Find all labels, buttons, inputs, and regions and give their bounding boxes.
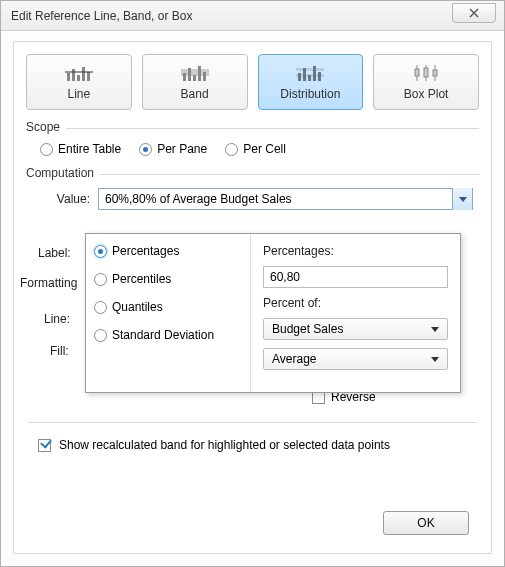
svg-rect-15 — [303, 68, 306, 81]
dist-percentages-label: Percentages — [112, 244, 179, 258]
svg-rect-12 — [296, 68, 324, 71]
scope-group: Scope Entire Table Per Pane Per Cell — [26, 120, 479, 160]
percent-of-field-select[interactable]: Budget Sales — [263, 318, 448, 340]
dist-stddev-label: Standard Deviation — [112, 328, 214, 342]
dialog: Edit Reference Line, Band, or Box Line — [0, 0, 505, 567]
percent-of-agg-text: Average — [272, 352, 316, 366]
boxplot-icon — [411, 63, 441, 83]
radio-icon — [94, 273, 107, 286]
dist-quantiles-label: Quantiles — [112, 300, 163, 314]
svg-rect-2 — [77, 75, 80, 81]
svg-rect-1 — [72, 69, 75, 81]
type-band-label: Band — [181, 87, 209, 101]
svg-rect-18 — [318, 72, 321, 81]
close-icon — [468, 8, 480, 18]
ok-button-label: OK — [417, 516, 434, 530]
value-dropdown-popup: Percentages Percentiles Quantiles Standa… — [85, 233, 461, 393]
svg-rect-24 — [433, 70, 437, 76]
svg-rect-11 — [203, 72, 206, 81]
type-distribution-label: Distribution — [280, 87, 340, 101]
divider — [28, 422, 477, 423]
recalculated-band-label: Show recalculated band for highlighted o… — [59, 438, 390, 452]
radio-icon — [139, 143, 152, 156]
scope-group-label: Scope — [26, 120, 66, 134]
dist-quantiles-radio[interactable]: Quantiles — [94, 300, 242, 314]
distribution-icon — [295, 63, 325, 83]
recalculated-band-checkbox[interactable] — [38, 439, 51, 452]
titlebar: Edit Reference Line, Band, or Box — [1, 1, 504, 31]
percent-of-label: Percent of: — [263, 296, 448, 310]
ok-button[interactable]: OK — [383, 511, 469, 535]
radio-icon — [94, 329, 107, 342]
scope-entire-table-radio[interactable]: Entire Table — [40, 142, 121, 156]
recalculated-band-row: Show recalculated band for highlighted o… — [38, 438, 390, 452]
formatting-label: Formatting — [20, 276, 77, 290]
radio-icon — [40, 143, 53, 156]
dist-percentiles-label: Percentiles — [112, 272, 171, 286]
type-boxplot-button[interactable]: Box Plot — [373, 54, 479, 110]
svg-rect-22 — [424, 68, 428, 77]
type-boxplot-label: Box Plot — [404, 87, 449, 101]
value-combo-text: 60%,80% of Average Budget Sales — [105, 192, 292, 206]
dist-percentiles-radio[interactable]: Percentiles — [94, 272, 242, 286]
svg-rect-7 — [183, 73, 186, 81]
distribution-type-list: Percentages Percentiles Quantiles Standa… — [86, 234, 251, 392]
radio-icon — [94, 301, 107, 314]
scope-per-pane-radio[interactable]: Per Pane — [139, 142, 207, 156]
dialog-title: Edit Reference Line, Band, or Box — [11, 9, 192, 23]
percent-of-agg-select[interactable]: Average — [263, 348, 448, 370]
radio-icon — [225, 143, 238, 156]
type-line-button[interactable]: Line — [26, 54, 132, 110]
svg-rect-8 — [188, 68, 191, 81]
dist-percentages-radio[interactable]: Percentages — [94, 244, 242, 258]
computation-group: Computation Value: 60%,80% of Average Bu… — [26, 166, 479, 224]
label-label: Label: — [38, 246, 71, 260]
fill-label: Fill: — [50, 344, 69, 358]
scope-entire-table-label: Entire Table — [58, 142, 121, 156]
value-combo[interactable]: 60%,80% of Average Budget Sales — [98, 188, 473, 210]
svg-rect-10 — [198, 66, 201, 81]
percentages-label: Percentages: — [263, 244, 448, 258]
chevron-down-icon — [452, 188, 472, 210]
close-button[interactable] — [452, 3, 496, 23]
value-label: Value: — [40, 192, 98, 206]
percentages-input[interactable]: 60,80 — [263, 266, 448, 288]
percentages-input-text: 60,80 — [270, 270, 300, 284]
scope-per-cell-radio[interactable]: Per Cell — [225, 142, 286, 156]
svg-rect-17 — [313, 66, 316, 81]
svg-rect-0 — [67, 73, 70, 81]
computation-group-label: Computation — [26, 166, 100, 180]
type-distribution-button[interactable]: Distribution — [258, 54, 364, 110]
percent-of-field-text: Budget Sales — [272, 322, 343, 336]
type-line-label: Line — [68, 87, 91, 101]
distribution-params: Percentages: 60,80 Percent of: Budget Sa… — [251, 234, 460, 392]
band-icon — [180, 63, 210, 83]
type-band-button[interactable]: Band — [142, 54, 248, 110]
dist-stddev-radio[interactable]: Standard Deviation — [94, 328, 242, 342]
svg-rect-14 — [298, 73, 301, 81]
line-label: Line: — [44, 312, 70, 326]
svg-rect-3 — [82, 67, 85, 81]
type-selector-row: Line Band Distributio — [26, 54, 479, 110]
svg-rect-9 — [193, 75, 196, 81]
scope-per-pane-label: Per Pane — [157, 142, 207, 156]
radio-icon — [94, 245, 107, 258]
svg-rect-20 — [415, 69, 419, 76]
scope-per-cell-label: Per Cell — [243, 142, 286, 156]
svg-rect-4 — [87, 72, 90, 81]
line-icon — [64, 63, 94, 83]
svg-rect-16 — [308, 75, 311, 81]
